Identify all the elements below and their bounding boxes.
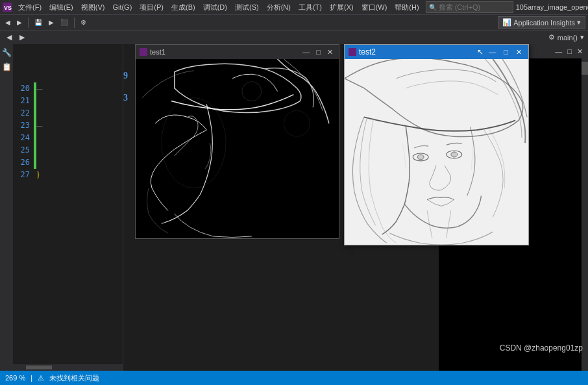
toolbar-secondary: ◀ ▶ ⚙ main() ▾ (0, 30, 588, 44)
menu-git[interactable]: Git(G) (108, 2, 136, 12)
svg-text:VS: VS (4, 5, 12, 11)
code-line-27: } (36, 169, 123, 181)
test2-maximize[interactable]: □ (501, 48, 511, 56)
search-box[interactable]: 🔍 (426, 1, 513, 13)
menu-file[interactable]: 文件(F) (14, 1, 45, 14)
main-content-area: 11 ; _open 9 3 — □ ✕ (123, 44, 588, 371)
menu-view[interactable]: 视图(V) (77, 1, 109, 14)
lena-sketch-svg (345, 59, 528, 245)
nav-forward-button[interactable]: ▶ (17, 32, 27, 42)
line-22: 22 (13, 107, 34, 119)
insights-label: Application Insights (513, 19, 575, 27)
line-24: 24 (13, 132, 34, 144)
separator-2 (74, 18, 75, 28)
code-spacer (36, 45, 123, 82)
menu-edit[interactable]: 编辑(E) (45, 1, 77, 14)
left-activity-bar: 🔧 📋 (0, 44, 13, 371)
code-line-23: — (36, 119, 123, 132)
line-25: 25 (13, 144, 34, 156)
search-input[interactable] (439, 3, 510, 11)
toolbar-right: 📊 Application Insights ▾ (498, 16, 585, 29)
toolbar-forward[interactable]: ▶ (14, 18, 25, 27)
sidebar-icon-2[interactable]: 📋 (2, 62, 12, 71)
search-icon: 🔍 (429, 4, 437, 11)
horizontal-scrollbar[interactable] (13, 364, 123, 371)
svg-rect-3 (136, 59, 339, 238)
test1-title: test1 (150, 48, 298, 56)
toolbar-back[interactable]: ◀ (3, 18, 13, 27)
console-scrollbar[interactable] (582, 58, 588, 371)
menu-window[interactable]: 窗口(W) (358, 1, 391, 14)
test2-close[interactable]: ✕ (513, 48, 524, 56)
function-icon: ⚙ (548, 33, 555, 42)
test2-window[interactable]: test2 ↖ — □ ✕ (344, 44, 529, 245)
test1-maximize[interactable]: □ (314, 48, 323, 56)
toolbar-settings[interactable]: ⚙ (78, 18, 89, 27)
code-editor-panel: 20 21 22 23 24 25 26 27 — (13, 44, 123, 371)
test1-icon (140, 48, 147, 56)
line-26: 26 (13, 156, 34, 169)
svg-point-11 (417, 155, 424, 160)
insights-dropdown-icon: ▾ (577, 18, 581, 27)
sidebar-icon-1[interactable]: 🔧 (2, 48, 12, 57)
h-scrollbar-thumb (26, 366, 52, 369)
toolbar-run[interactable]: ▶ (46, 18, 56, 27)
code-lines-area: 20 21 22 23 24 25 26 27 — (13, 44, 123, 364)
toolbar-main: ◀ ▶ 💾 ▶ ⬛ ⚙ 📊 Application Insights ▾ (0, 14, 588, 30)
svg-point-13 (451, 152, 458, 157)
test2-title: test2 (359, 47, 474, 56)
svg-rect-9 (345, 59, 528, 245)
status-zoom: 269 % (5, 374, 25, 382)
menu-extensions[interactable]: 扩展(X) (326, 1, 358, 14)
test2-icon (349, 48, 356, 56)
fold-23[interactable]: — (36, 123, 43, 129)
nav-back-button[interactable]: ◀ (4, 32, 14, 42)
line-27: 27 (13, 169, 34, 181)
toolbar-stop[interactable]: ⬛ (58, 18, 71, 27)
console-minimize[interactable]: — (554, 47, 563, 55)
function-name: main() (557, 34, 578, 42)
app-icon: VS (3, 2, 12, 12)
console-close[interactable]: ✕ (576, 47, 584, 56)
line-numbers: 20 21 22 23 24 25 26 27 (13, 44, 34, 364)
line-23: 23 (13, 119, 34, 132)
status-bar: 269 % | ⚠ 未找到相关问题 (0, 371, 588, 385)
window-title: 105array_image_opencv (516, 3, 588, 11)
menu-build[interactable]: 生成(B) (167, 1, 199, 14)
test1-minimize[interactable]: — (300, 48, 312, 56)
fold-20[interactable]: — (36, 86, 43, 92)
menu-tools[interactable]: 工具(T) (295, 1, 326, 14)
code-line-22 (36, 107, 123, 119)
title-bar: VS 文件(F) 编辑(E) 视图(V) Git(G) 项目(P) 生成(B) … (0, 0, 588, 14)
status-errors: ⚠ (38, 374, 44, 382)
test2-minimize[interactable]: — (486, 48, 498, 56)
test2-image-content (345, 59, 528, 245)
console-maximize[interactable]: □ (566, 47, 573, 55)
test1-window[interactable]: test1 — □ ✕ (135, 44, 339, 239)
code-text-area: — — } (36, 44, 123, 364)
insights-button[interactable]: 📊 Application Insights ▾ (498, 16, 585, 29)
code-line-20: — (36, 82, 123, 95)
toolbar-save[interactable]: 💾 (32, 18, 45, 27)
title-right: 105array_image_opencv — □ ✕ (516, 3, 588, 12)
edge-detection-svg (136, 59, 339, 238)
test1-titlebar: test1 — □ ✕ (136, 45, 339, 59)
cursor-indicator: ↖ (477, 47, 484, 56)
test1-image-content (136, 59, 339, 238)
menu-test[interactable]: 测试(S) (231, 1, 263, 14)
code-line-25 (36, 144, 123, 156)
svg-rect-2 (140, 48, 147, 56)
test2-titlebar: test2 ↖ — □ ✕ (345, 45, 528, 59)
menu-debug[interactable]: 调试(D) (199, 1, 231, 14)
function-selector[interactable]: ⚙ main() ▾ (548, 33, 584, 42)
line-21: 21 (13, 95, 34, 107)
status-divider: | (31, 374, 32, 382)
indicator-spacer (34, 45, 36, 82)
menu-help[interactable]: 帮助(H) (391, 1, 423, 14)
menu-analyze[interactable]: 分析(N) (263, 1, 295, 14)
ide-body: 🔧 📋 20 21 22 23 24 25 26 27 (0, 44, 588, 371)
svg-rect-7 (349, 48, 356, 56)
console-scrollbar-thumb (582, 62, 588, 75)
menu-project[interactable]: 项目(P) (136, 1, 167, 14)
test1-close[interactable]: ✕ (325, 48, 335, 56)
